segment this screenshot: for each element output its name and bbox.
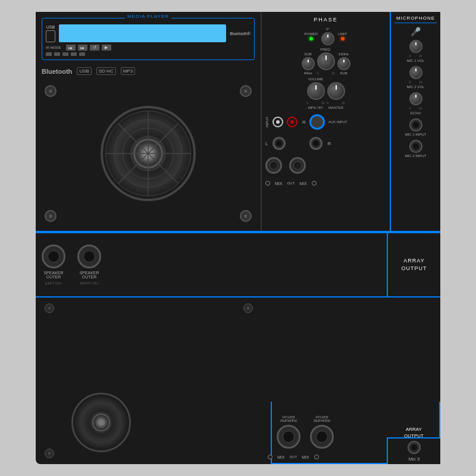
mic-panel-title: MICROPHONE	[394, 15, 437, 23]
bottom-fan	[71, 393, 131, 452]
rca-left-jack[interactable]	[273, 117, 283, 127]
reflected-jack-left	[277, 425, 300, 449]
sub-left-knob[interactable]	[302, 57, 315, 70]
sub-right-label: SUB	[340, 71, 347, 75]
sub-right-group: 160Hz SUB	[337, 52, 350, 75]
sd-badge: SD HC	[96, 67, 116, 75]
mic2-vol-knob[interactable]	[409, 66, 422, 79]
dot-btn-2[interactable]	[54, 52, 60, 56]
dot-btn-3[interactable]	[62, 52, 68, 56]
ts-left-jack[interactable]	[273, 137, 286, 150]
left-panel: MEDIA PLAYER USB Bluetooth® IR MODE ⏮ ⏭ …	[36, 12, 262, 231]
mic-panel: MICROPHONE 🎤 0 10 MIC 1 VOL 0 1	[390, 12, 440, 231]
ts-right-jack[interactable]	[309, 137, 322, 150]
mic1-input-jack[interactable]	[409, 118, 422, 131]
speaker-left-sublabel: (LEFT CH.)	[45, 281, 62, 285]
bottom-mix-label-right: MIX	[302, 455, 309, 459]
rca-right-jack[interactable]	[287, 117, 298, 127]
master-scale: 010	[327, 101, 345, 105]
xlr-left-inner	[270, 161, 278, 170]
screw-top-left	[45, 85, 57, 97]
mic3-jack-inner	[411, 444, 417, 450]
top-section: MEDIA PLAYER USB Bluetooth® IR MODE ⏮ ⏭ …	[36, 12, 440, 232]
phase-knob[interactable]	[321, 32, 334, 45]
sub-right-knob[interactable]	[337, 57, 350, 70]
ts-jacks-row: L R	[265, 134, 386, 152]
mic1-input-group: MIC 1 INPUT	[394, 118, 437, 136]
mic2-input-jack[interactable]	[409, 140, 422, 153]
aux-input-jack[interactable]	[309, 114, 325, 130]
reflected-speaker-left: SPEAKEROUTER	[277, 416, 300, 449]
mic2-input-label: MIC 2 INPUT	[405, 154, 427, 158]
speaker-right-sublabel: (RIGHT CH.)	[80, 281, 99, 285]
screw-bottom-left	[45, 210, 57, 222]
mp3bt-label: MP3 / BT	[308, 106, 323, 109]
bottom-right-half: SPEAKEROUTER SPEAKEROUTER ARRAYOUTPUT	[262, 298, 440, 464]
bluetooth-badge: Bluetooth®	[230, 32, 250, 36]
mic1-input-inner	[413, 122, 419, 128]
dot-btn-1[interactable]	[46, 52, 52, 56]
speaker-left-jack[interactable]	[42, 245, 65, 268]
mic-icon: 🎤	[394, 27, 437, 36]
mix-dot-right	[312, 181, 317, 186]
out-label: OUT	[287, 181, 295, 185]
mic1-vol-knob[interactable]	[409, 40, 422, 53]
l-label: L	[265, 141, 268, 146]
bottom-fan-area	[54, 387, 149, 458]
mp3bt-knob[interactable]	[307, 82, 325, 100]
input-rca-row: INPUT R AUX INPUT	[265, 112, 386, 132]
xlr-right-jack[interactable]	[289, 157, 306, 174]
freq-knob[interactable]	[317, 52, 335, 70]
limit-led	[341, 37, 345, 40]
next-button[interactable]: ⏭	[78, 45, 87, 51]
dot-btn-4[interactable]	[71, 52, 77, 56]
right-panel: PHASE POWER 0° LIMIT	[262, 12, 440, 231]
echo-label: ECHO	[411, 111, 421, 115]
master-knob[interactable]	[327, 82, 345, 100]
screw-bottom-right	[240, 210, 252, 222]
mic3-label: Mic 3	[408, 456, 419, 462]
media-player-inner: USB Bluetooth®	[46, 24, 250, 42]
prev-button[interactable]: ⏮	[66, 45, 76, 51]
xlr-left-jack[interactable]	[265, 157, 282, 174]
bottom-mix-dot-left	[268, 455, 273, 459]
ts-left-inner	[276, 140, 282, 146]
usb-icon	[46, 30, 55, 42]
usb-hc-badge: USB	[77, 67, 91, 75]
mix-right-label: MIX	[299, 181, 306, 186]
mic1-vol-group: 0 10 MIC 1 VOL	[394, 40, 437, 62]
bottom-fan-inner	[92, 414, 110, 431]
limit-label: LIMIT	[338, 32, 347, 36]
speaker-right-label: SPEAKEROUTER	[79, 271, 99, 279]
mic3-jack[interactable]	[408, 441, 421, 454]
play-button[interactable]: ▶	[102, 45, 111, 51]
speaker-right-jack[interactable]	[77, 245, 101, 268]
bottom-screw-tr: ×	[243, 303, 253, 313]
echo-knob[interactable]	[409, 92, 422, 105]
dot-btn-5[interactable]	[79, 52, 85, 56]
mic2-vol-label: MIC 2 VOL	[407, 85, 425, 89]
mic3-area: Mic 3	[387, 437, 440, 464]
ir-mode-label: IR MODE	[46, 46, 61, 49]
sub-left-label: SUB	[304, 52, 311, 56]
bottom-mix-row: MIX OUT MIX	[268, 455, 319, 459]
bt-info-row: Bluetooth USB SD HC MP3	[42, 65, 255, 77]
freq-scale: 010	[317, 71, 335, 75]
usb-label: USB	[46, 25, 55, 42]
lcd-display	[59, 24, 226, 42]
r-ts-label: R	[327, 141, 331, 146]
screw-top-right	[240, 85, 252, 97]
speaker-left-inner	[48, 250, 60, 262]
hz40-label: 40Hz	[303, 71, 312, 75]
bt-text: Bluetooth	[42, 68, 72, 75]
freq-group: FREQ. 010	[317, 48, 335, 75]
dot-row	[46, 52, 250, 56]
hz160-label: 160Hz	[339, 52, 349, 56]
mix-row: MIX OUT MIX	[265, 178, 386, 188]
speaker-left-group: SPEAKEROUTER (LEFT CH.)	[42, 245, 65, 285]
repeat-button[interactable]: ↺	[90, 45, 99, 51]
speaker-right-group: SPEAKEROUTER (RIGHT CH.)	[77, 245, 101, 285]
mix-left-label: MIX	[275, 181, 282, 186]
master-label: MASTER	[328, 106, 343, 109]
input-label: INPUT	[265, 117, 269, 127]
